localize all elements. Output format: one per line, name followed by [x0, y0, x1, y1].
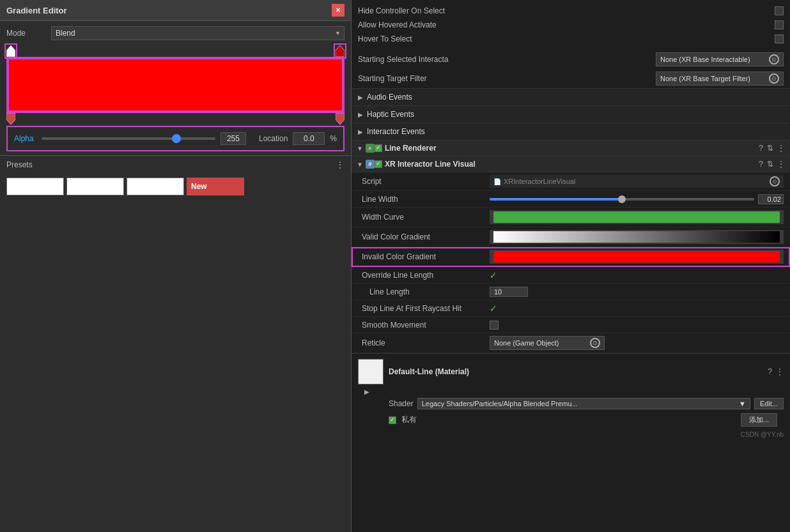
- width-curve-value[interactable]: [490, 210, 784, 224]
- new-preset-item[interactable]: New: [187, 178, 244, 195]
- preset-item-1[interactable]: [6, 178, 64, 195]
- mode-select[interactable]: Fixed Blend: [51, 26, 345, 40]
- line-renderer-checkbox[interactable]: [375, 144, 382, 152]
- width-curve-label: Width Curve: [362, 213, 490, 222]
- add-button[interactable]: 添加...: [741, 413, 777, 427]
- top-checkboxes: Hide Controller On Select Allow Hovered …: [352, 0, 790, 50]
- preset-item-3[interactable]: [127, 178, 184, 195]
- watermark: CSDN @YY.nb: [741, 431, 784, 438]
- line-width-value[interactable]: 0.02: [758, 194, 784, 204]
- alpha-slider-thumb[interactable]: [172, 134, 181, 143]
- haptic-events-section: ▶ Haptic Events: [352, 105, 790, 123]
- mode-select-wrap: Fixed Blend: [51, 26, 345, 40]
- alpha-value-input[interactable]: 255: [221, 132, 246, 145]
- script-value: 📄 XRInteractorLineVisual ⊙: [490, 175, 784, 188]
- allow-hovered-row: Allow Hovered Activate: [358, 18, 784, 32]
- hide-controller-row: Hide Controller On Select: [358, 4, 784, 18]
- line-renderer-icons: ? ⇅ ⋮: [759, 144, 785, 153]
- presets-menu-icon[interactable]: ⋮: [336, 160, 345, 170]
- reticle-value: None (Game Object) ⊙: [490, 336, 605, 350]
- starting-target-filter-row: Starting Target Filter None (XR Base Tar…: [352, 69, 790, 88]
- line-renderer-menu-icon[interactable]: ⋮: [777, 144, 785, 153]
- material-thumbnail: [358, 359, 383, 384]
- shader-dropdown[interactable]: Legacy Shaders/Particles/Alpha Blended P…: [417, 398, 750, 409]
- interactor-events-title: Interactor Events: [367, 127, 425, 136]
- material-icons: ? ⋮: [768, 367, 784, 376]
- starting-target-text: None (XR Base Target Filter): [660, 75, 750, 82]
- line-width-slider-thumb[interactable]: [618, 195, 626, 203]
- line-renderer-fold-arrow[interactable]: ▼: [357, 145, 363, 152]
- line-length-row: Line Length 10: [352, 284, 790, 300]
- line-renderer-section: ▼ ≡ Line Renderer ? ⇅ ⋮: [352, 140, 790, 156]
- shader-label: Shader: [389, 399, 414, 408]
- hide-controller-checkbox[interactable]: [775, 6, 784, 15]
- smooth-movement-checkbox[interactable]: [490, 321, 499, 330]
- interactor-events-header[interactable]: ▶ Interactor Events: [352, 123, 790, 140]
- line-width-slider-track[interactable]: [490, 198, 754, 201]
- line-renderer-settings-icon[interactable]: ⇅: [767, 144, 773, 153]
- line-renderer-icon: ≡: [366, 144, 375, 153]
- location-label: Location: [259, 134, 288, 143]
- svg-marker-0: [6, 45, 15, 57]
- script-select-icon[interactable]: ⊙: [770, 176, 780, 186]
- script-label: Script: [362, 177, 490, 186]
- right-panel: Hide Controller On Select Allow Hovered …: [352, 0, 790, 532]
- starting-target-label: Starting Target Filter: [358, 74, 427, 83]
- allow-hovered-label: Allow Hovered Activate: [358, 20, 437, 29]
- invalid-color-value[interactable]: [490, 250, 784, 264]
- color-stop-left[interactable]: [6, 45, 15, 57]
- xr-checkbox[interactable]: [375, 160, 382, 168]
- material-menu-icon[interactable]: ⋮: [776, 367, 784, 376]
- audio-events-header[interactable]: ▶ Audio Events: [352, 89, 790, 105]
- starting-target-select-icon[interactable]: ⊙: [769, 73, 779, 84]
- xr-fold-arrow[interactable]: ▼: [357, 161, 363, 168]
- xr-interactor-section: ▼ # XR Interactor Line Visual ? ⇅ ⋮ Scri…: [352, 156, 790, 353]
- close-button[interactable]: ×: [332, 4, 345, 17]
- reticle-select-icon[interactable]: ⊙: [590, 338, 600, 348]
- line-renderer-title: Line Renderer: [385, 144, 759, 153]
- audio-events-arrow: ▶: [358, 94, 363, 101]
- percent-label: %: [330, 134, 337, 143]
- gradient-rect-wrap[interactable]: [6, 57, 345, 113]
- gradient-editor-header: Gradient Editor ×: [0, 0, 351, 21]
- xr-help-icon[interactable]: ?: [759, 160, 763, 169]
- reticle-row: Reticle None (Game Object) ⊙: [352, 333, 790, 353]
- starting-selected-select-icon[interactable]: ⊙: [769, 54, 779, 65]
- alpha-stop-right[interactable]: [336, 113, 345, 125]
- alpha-label: Alpha: [14, 134, 36, 143]
- width-curve-bar: [493, 211, 780, 223]
- private-row: 私有 添加...: [358, 409, 784, 430]
- color-stop-right[interactable]: [336, 45, 345, 57]
- shader-row: Shader Legacy Shaders/Particles/Alpha Bl…: [358, 398, 784, 409]
- svg-marker-2: [6, 113, 15, 125]
- material-fold-arrow[interactable]: ▶: [364, 388, 369, 395]
- hide-controller-label: Hide Controller On Select: [358, 6, 445, 15]
- valid-color-bar: [493, 231, 780, 243]
- line-width-slider-row: 0.02: [490, 194, 784, 204]
- line-length-input[interactable]: 10: [490, 287, 528, 297]
- xr-settings-icon[interactable]: ⇅: [767, 160, 773, 169]
- material-help-icon[interactable]: ?: [768, 367, 772, 376]
- allow-hovered-checkbox[interactable]: [775, 20, 784, 29]
- hover-select-checkbox[interactable]: [775, 34, 784, 43]
- preset-item-2[interactable]: [66, 178, 124, 195]
- valid-color-label: Valid Color Gradient: [362, 232, 490, 241]
- location-input[interactable]: 0.0: [293, 132, 325, 145]
- interactor-events-section: ▶ Interactor Events: [352, 123, 790, 140]
- xr-menu-icon[interactable]: ⋮: [777, 160, 785, 169]
- private-checkbox[interactable]: [389, 416, 396, 424]
- alpha-stop-left[interactable]: [6, 113, 15, 125]
- reticle-text: None (Game Object): [494, 339, 559, 347]
- hover-select-row: Hover To Select: [358, 32, 784, 46]
- gradient-editor-title: Gradient Editor: [6, 6, 67, 15]
- line-renderer-help-icon[interactable]: ?: [759, 144, 763, 153]
- mode-label: Mode: [6, 29, 45, 38]
- stop-line-check: ✓: [490, 303, 497, 314]
- haptic-events-header[interactable]: ▶ Haptic Events: [352, 106, 790, 123]
- alpha-slider-track[interactable]: [42, 137, 215, 140]
- invalid-color-bar: [493, 251, 780, 262]
- valid-color-value[interactable]: [490, 230, 784, 244]
- svg-marker-3: [336, 113, 345, 125]
- material-header: Default-Line (Material) ? ⋮: [358, 359, 784, 384]
- edit-shader-button[interactable]: Edit...: [754, 398, 784, 409]
